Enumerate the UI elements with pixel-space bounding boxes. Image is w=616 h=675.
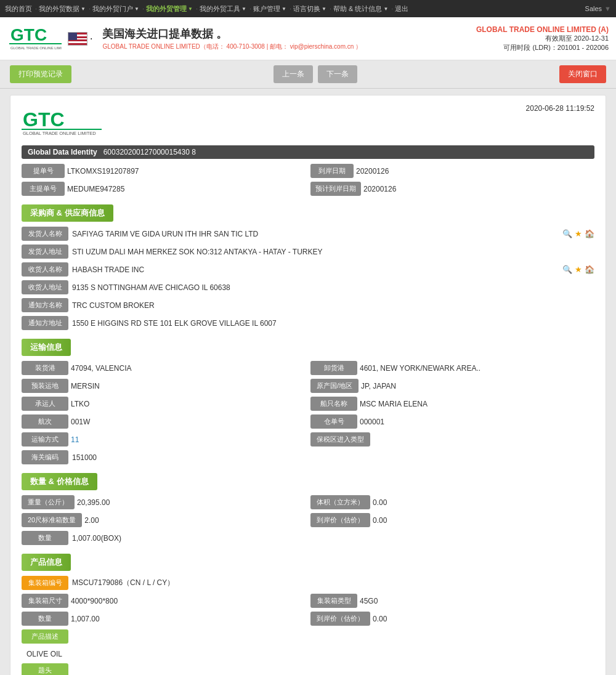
nav-trade-data[interactable]: 我的外贸数据 ▼ bbox=[39, 4, 86, 14]
qty-label: 数量 bbox=[22, 531, 68, 545]
nav-account[interactable]: 账户管理 ▼ bbox=[253, 4, 286, 14]
master-bill-label: 主提单号 bbox=[22, 182, 65, 196]
volume-label: 体积（立方米） bbox=[310, 495, 370, 509]
landing-price-label: 到岸价（估价） bbox=[310, 513, 370, 527]
consignee-address-label: 收货人地址 bbox=[22, 280, 68, 294]
valid-until: 有效期至 2020-12-31 bbox=[476, 34, 609, 43]
bill-no-value: LTKOMXS191207897 bbox=[67, 167, 306, 176]
quantity-title: 数量 & 价格信息 bbox=[22, 473, 97, 490]
transport-mode-value[interactable]: 11 bbox=[71, 435, 306, 444]
bonded-zone-group: 保税区进入类型 bbox=[310, 432, 594, 447]
product-title: 产品信息 bbox=[22, 554, 71, 571]
notify-address-row: 通知方地址 1550 E HIGGINS RD STE 101 ELK GROV… bbox=[22, 316, 594, 330]
carrier-value: LTKO bbox=[71, 400, 306, 408]
product-section: 产品信息 集装箱编号 MSCU7179086（CN / L / CY） 集装箱尺… bbox=[22, 554, 594, 675]
landing-price-group: 到岸价（估价） 0.00 bbox=[310, 513, 594, 527]
container-type-group: 集装箱类型 45G0 bbox=[310, 594, 594, 608]
transport-section: 运输信息 装货港 47094, VALENCIA 卸货港 4601, NEW Y… bbox=[22, 339, 594, 464]
weight-label: 重量（公斤） bbox=[22, 495, 75, 509]
nav-home[interactable]: 我的首页 bbox=[5, 4, 32, 14]
buyer-supplier-section: 采购商 & 供应商信息 发货人名称 SAFIYAG TARIM VE GIDA … bbox=[22, 204, 594, 330]
consignee-name-value: HABASH TRADE INC bbox=[72, 265, 556, 274]
consignee-star-icon[interactable]: ★ bbox=[575, 265, 582, 274]
product-desc-label-row: 产品描述 bbox=[22, 629, 594, 644]
consignee-name-label: 收货人名称 bbox=[22, 262, 68, 277]
transport-title: 运输信息 bbox=[22, 339, 71, 356]
nav-help[interactable]: 帮助 & 统计信息 ▼ bbox=[333, 4, 388, 14]
notify-name-label: 通知方名称 bbox=[22, 298, 68, 312]
container-size-value: 4000*900*800 bbox=[71, 597, 306, 605]
identity-row: Global Data Identity 6003202001270000154… bbox=[22, 145, 594, 159]
precarriage-label: 预装运地 bbox=[22, 379, 68, 393]
port-row: 装货港 47094, VALENCIA 卸货港 4601, NEW YORK/N… bbox=[22, 361, 594, 375]
container-no-group: 仓单号 000001 bbox=[310, 414, 594, 429]
card-logo: GTC GLOBAL TRADE ONLINE LIMITED bbox=[22, 104, 102, 138]
arrival-date-value: 20200126 bbox=[356, 167, 594, 176]
bill-no-group: 提单号 LTKOMXS191207897 bbox=[22, 164, 306, 178]
arrival-date-label: 到岸日期 bbox=[310, 164, 354, 178]
container-size-row: 集装箱尺寸 4000*900*800 集装箱类型 45G0 bbox=[22, 594, 594, 608]
consignee-icons: 🔍 ★ 🏠 bbox=[562, 265, 594, 274]
bonded-zone-label: 保税区进入类型 bbox=[310, 432, 370, 447]
account-info: GLOBAL TRADE ONLINE LIMITED (A) 有效期至 202… bbox=[476, 25, 609, 52]
notify-name-value: TRC CUSTOM BROKER bbox=[72, 301, 594, 310]
loading-port-group: 装货港 47094, VALENCIA bbox=[22, 361, 306, 375]
container-size-group: 集装箱尺寸 4000*900*800 bbox=[22, 594, 306, 608]
customs-code-row: 海关编码 151000 bbox=[22, 450, 594, 464]
account-name: GLOBAL TRADE ONLINE LIMITED (A) bbox=[476, 25, 609, 34]
container-type-label: 集装箱类型 bbox=[310, 594, 357, 608]
prev-button[interactable]: 上一条 bbox=[274, 65, 313, 83]
master-bill-row: 主提单号 MEDUME947285 预计到岸日期 20200126 bbox=[22, 182, 594, 196]
transport-mode-label: 运输方式 bbox=[22, 432, 68, 447]
svg-text:GLOBAL TRADE ONLINE LIMITED: GLOBAL TRADE ONLINE LIMITED bbox=[23, 131, 96, 136]
quantity-section: 数量 & 价格信息 重量（公斤） 20,395.00 体积（立方米） 0.00 … bbox=[22, 473, 594, 545]
consignee-search-icon[interactable]: 🔍 bbox=[562, 265, 572, 274]
svg-rect-4 bbox=[22, 129, 102, 130]
nav-tools[interactable]: 我的外贸工具 ▼ bbox=[200, 4, 246, 14]
carrier-label: 承运人 bbox=[22, 397, 68, 411]
container-no-label: 仓单号 bbox=[310, 414, 357, 429]
nav-language[interactable]: 语言切换 ▼ bbox=[293, 4, 326, 14]
nav-portal[interactable]: 我的外贸门户 ▼ bbox=[92, 4, 139, 14]
svg-rect-1 bbox=[9, 43, 62, 44]
transport-mode-group: 运输方式 11 bbox=[22, 432, 306, 447]
svg-text:GTC: GTC bbox=[10, 25, 47, 44]
ldr-info: 可用时段 (LDR)：201001 - 202006 bbox=[476, 43, 609, 52]
search-icon[interactable]: 🔍 bbox=[562, 229, 572, 238]
gdi-label: Global Data Identity bbox=[28, 148, 97, 156]
svg-text:GTC: GTC bbox=[23, 108, 65, 131]
voyage-row: 航次 001W 仓单号 000001 bbox=[22, 414, 594, 429]
gtc-logo: GTC GLOBAL TRADE ONLINE LIMITED bbox=[7, 23, 63, 55]
weight-volume-row: 重量（公斤） 20,395.00 体积（立方米） 0.00 bbox=[22, 495, 594, 509]
precarriage-value: MERSIN bbox=[71, 382, 306, 390]
star-icon[interactable]: ★ bbox=[575, 229, 582, 238]
container-no-value: 000001 bbox=[360, 418, 594, 426]
estimated-arrival-group: 预计到岸日期 20200126 bbox=[310, 182, 594, 196]
container20-row: 20尺标准箱数量 2.00 到岸价（估价） 0.00 bbox=[22, 513, 594, 527]
carrier-row: 承运人 LTKO 船只名称 MSC MARIA ELENA bbox=[22, 397, 594, 411]
product-header-label-row: 题头 bbox=[22, 663, 594, 675]
consignee-home-icon[interactable]: 🏠 bbox=[585, 265, 594, 274]
shipper-name-row: 发货人名称 SAFIYAG TARIM VE GIDA URUN ITH IHR… bbox=[22, 227, 594, 241]
flag-area: · bbox=[68, 32, 92, 46]
shipper-address-row: 发货人地址 STI UZUM DALI MAH MERKEZ SOK NO:31… bbox=[22, 245, 594, 259]
vessel-name-group: 船只名称 MSC MARIA ELENA bbox=[310, 397, 594, 411]
print-button[interactable]: 打印预览记录 bbox=[10, 65, 71, 83]
qty-value: 1,007.00(BOX) bbox=[72, 534, 594, 543]
product-landing-label: 到岸价（估价） bbox=[310, 612, 370, 626]
nav-management[interactable]: 我的外贸管理 ▼ bbox=[146, 4, 193, 14]
voyage-value: 001W bbox=[71, 418, 306, 426]
precarriage-row: 预装运地 MERSIN 原产国/地区 JP, JAPAN bbox=[22, 379, 594, 393]
product-container-value: MSCU7179086（CN / L / CY） bbox=[72, 578, 594, 588]
close-button[interactable]: 关闭窗口 bbox=[559, 65, 606, 83]
svg-text:GLOBAL TRADE ONLINE LIMITED: GLOBAL TRADE ONLINE LIMITED bbox=[10, 46, 62, 50]
estimated-arrival-label: 预计到岸日期 bbox=[310, 182, 361, 196]
product-landing-group: 到岸价（估价） 0.00 bbox=[310, 612, 594, 626]
unloading-port-group: 卸货港 4601, NEW YORK/NEWARK AREA.. bbox=[310, 361, 594, 375]
origin-country-label: 原产国/地区 bbox=[310, 379, 359, 393]
nav-logout[interactable]: 退出 bbox=[395, 4, 408, 14]
notify-address-value: 1550 E HIGGINS RD STE 101 ELK GROVE VILL… bbox=[72, 319, 594, 328]
next-button[interactable]: 下一条 bbox=[318, 65, 357, 83]
home-icon[interactable]: 🏠 bbox=[585, 229, 594, 238]
consignee-address-value: 9135 S NOTTINGHAM AVE CHICAGO IL 60638 bbox=[72, 283, 594, 292]
